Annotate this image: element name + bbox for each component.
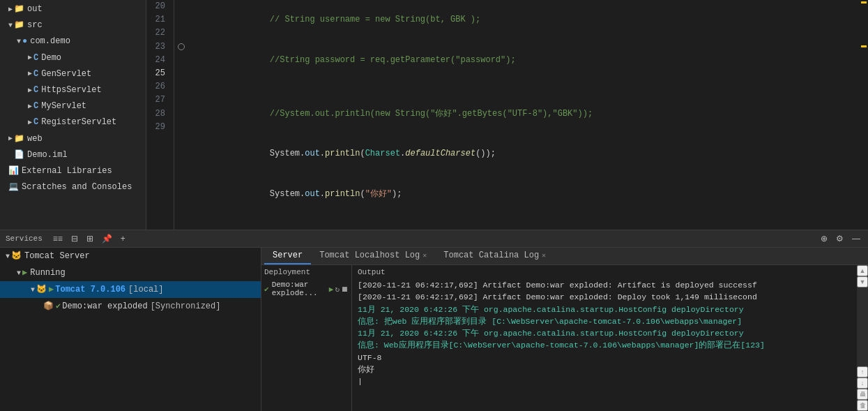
services-tree: ▼ 🐱 Tomcat Server ▼ ▶ Running ▼ 🐱 ▶ Tomc… xyxy=(0,248,261,411)
sidebar-item-web[interactable]: ▶ 📁 web xyxy=(0,131,146,147)
sidebar-item-genservlet[interactable]: ▶ C GenServlet xyxy=(0,66,146,82)
toolbar-filter[interactable]: ⊟ xyxy=(69,233,80,244)
sidebar-item-demo[interactable]: ▶ C Demo xyxy=(0,50,146,66)
demowar-suffix: [Synchronized] xyxy=(151,300,221,313)
sidebar-item-demoiml[interactable]: 📄 Demo.iml xyxy=(0,147,146,163)
log-line-hello: 你好 xyxy=(358,364,851,375)
line-numbers: 20 21 22 23 24 25 26 27 28 29 xyxy=(146,0,174,230)
log-line-6: 信息: Web应用程序目录[C:\WebServer\apache-tomcat… xyxy=(358,339,851,351)
scroll-marker-1 xyxy=(861,1,867,3)
tab-server[interactable]: Server xyxy=(264,248,311,264)
service-tomcat-label: Tomcat Server xyxy=(24,250,90,262)
toolbar-collapse-all[interactable]: ≡≡ xyxy=(51,233,65,244)
tab-catalina-log[interactable]: Tomcat Catalina Log ✕ xyxy=(435,248,554,264)
demowar-check: ✔ xyxy=(56,300,61,313)
scroll-down-btn[interactable]: ▼ xyxy=(857,276,868,287)
expand-arrow-web: ▶ xyxy=(8,133,13,144)
expand-arrow-demo: ▶ xyxy=(28,52,32,63)
code-line-23: //System.out.println(new String("你好".get… xyxy=(199,94,860,134)
libraries-icon: 📊 xyxy=(8,165,19,178)
sidebar-item-libraries[interactable]: 📊 External Libraries xyxy=(0,163,146,179)
deployment-label: Deployment xyxy=(264,268,349,276)
tab-localhost-close[interactable]: ✕ xyxy=(422,251,427,260)
line-num-26: 26 xyxy=(146,80,168,94)
sidebar-label-src: src xyxy=(27,19,43,32)
running-icon: ▶ xyxy=(22,267,27,279)
service-running[interactable]: ▼ ▶ Running xyxy=(0,264,261,281)
tab-server-label: Server xyxy=(273,251,303,260)
tomcat-instance-icon: 🐱 xyxy=(36,283,47,296)
toolbar-external[interactable]: ⊕ xyxy=(818,233,830,244)
consoles-icon: 💻 xyxy=(8,181,19,194)
tab-catalina-close[interactable]: ✕ xyxy=(542,251,546,260)
sidebar-label-demo: Demo xyxy=(41,52,61,65)
service-demowar[interactable]: 📦 ✔ Demo:war exploded [Synchronized] xyxy=(0,298,261,315)
toolbar-settings[interactable]: ⚙ xyxy=(834,233,846,244)
log-line-3: 11月 21, 2020 6:42:26 下午 org.apache.catal… xyxy=(358,304,851,315)
deploy-action-icons: ▶ ↻ ⏹ xyxy=(329,285,349,294)
service-tomcat-instance[interactable]: ▼ 🐱 ▶ Tomcat 7.0.106 [local] xyxy=(0,281,261,298)
code-line-26: //System.out.println(Arrays.toString(bt)… xyxy=(199,214,860,230)
code-line-20: // String username = new String(bt, GBK … xyxy=(199,0,860,40)
scroll-up-btn[interactable]: ▲ xyxy=(857,265,868,276)
gutter-21 xyxy=(174,13,188,27)
bottom-panel: Services ≡≡ ⊟ ⊞ 📌 + ⊕ ⚙ — ▼ 🐱 Tomcat Ser… xyxy=(0,230,868,411)
class-icon-genservlet: C xyxy=(33,68,38,81)
toolbar-pin[interactable]: 📌 xyxy=(100,233,114,244)
sidebar: ▶ 📁 out ▼ 📁 src ▼ ● com.demo ▶ C Demo xyxy=(0,0,146,230)
sidebar-item-out[interactable]: ▶ 📁 out xyxy=(0,1,146,17)
expand-arrow-registerservlet: ▶ xyxy=(28,117,32,128)
expand-arrow-out: ▶ xyxy=(8,4,13,15)
class-icon-myservlet: C xyxy=(33,100,38,113)
gutter-23 xyxy=(174,40,188,54)
sidebar-label-demoiml: Demo.iml xyxy=(27,149,68,162)
expand-arrow-comdemo: ▼ xyxy=(17,36,21,47)
deploy-stop-icon[interactable]: ⏹ xyxy=(341,285,349,294)
tab-localhost-log[interactable]: Tomcat Localhost Log ✕ xyxy=(311,248,435,264)
code-line-24: System.out.println(Charset.defaultCharse… xyxy=(199,134,860,174)
toolbar-group[interactable]: ⊞ xyxy=(84,233,96,244)
sidebar-item-myservlet[interactable]: ▶ C MyServlet xyxy=(0,98,146,114)
tomcat-instance-suffix: [local] xyxy=(128,283,163,296)
deploy-run-icon[interactable]: ▶ xyxy=(329,285,334,294)
sidebar-item-src[interactable]: ▼ 📁 src xyxy=(0,17,146,33)
sidebar-label-out: out xyxy=(27,3,43,16)
toolbar-add[interactable]: + xyxy=(119,233,128,244)
code-line-25: System.out.println("你好"); xyxy=(199,174,860,214)
log-cursor-line: | xyxy=(358,375,851,387)
expand-running: ▼ xyxy=(17,268,21,278)
scroll-first-btn[interactable]: ↑ xyxy=(857,366,868,378)
clear-btn[interactable]: 🗑 xyxy=(857,400,868,411)
gutter-29 xyxy=(174,121,188,134)
sidebar-item-consoles[interactable]: 💻 Scratches and Consoles xyxy=(0,179,146,195)
tomcat-instance-label: Tomcat 7.0.106 xyxy=(55,283,125,296)
expand-tomcat-instance: ▼ xyxy=(31,285,35,295)
sidebar-label-libraries: External Libraries xyxy=(22,165,112,178)
tab-localhost-label: Tomcat Localhost Log xyxy=(319,251,420,260)
log-lines: [2020-11-21 06:42:17,692] Artifact Demo:… xyxy=(358,279,851,387)
folder-icon-src: 📁 xyxy=(14,19,24,32)
artifact-icon: 📦 xyxy=(43,300,54,313)
gutter-28 xyxy=(174,107,188,121)
line-num-27: 27 xyxy=(146,94,168,107)
vertical-scrollbar[interactable] xyxy=(860,0,868,230)
output-panel: Server Tomcat Localhost Log ✕ Tomcat Cat… xyxy=(261,248,868,411)
service-tomcat-server[interactable]: ▼ 🐱 Tomcat Server xyxy=(0,248,261,264)
sidebar-label-web: web xyxy=(27,133,43,146)
sidebar-label-comdemo: com.demo xyxy=(30,35,70,48)
bottom-content: ▼ 🐱 Tomcat Server ▼ ▶ Running ▼ 🐱 ▶ Tomc… xyxy=(0,248,868,411)
code-content[interactable]: // String username = new String(bt, GBK … xyxy=(188,0,860,230)
sidebar-label-httpsservlet: HttpsServlet xyxy=(41,84,101,97)
sidebar-item-httpsservlet[interactable]: ▶ C HttpsServlet xyxy=(0,82,146,98)
demowar-label: Demo:war exploded xyxy=(62,300,147,313)
scroll-last-btn[interactable]: ↓ xyxy=(857,378,868,389)
sidebar-item-registerservlet[interactable]: ▶ C RegisterServlet xyxy=(0,114,146,130)
services-header: Services ≡≡ ⊟ ⊞ 📌 + ⊕ ⚙ — xyxy=(0,230,868,248)
class-icon-demo: C xyxy=(33,52,38,65)
print-btn[interactable]: 🖶 xyxy=(857,389,868,400)
log-line-2: [2020-11-21 06:42:17,692] Artifact Demo:… xyxy=(358,291,851,303)
toolbar-minimize[interactable]: — xyxy=(850,233,862,244)
service-running-label: Running xyxy=(30,267,65,279)
deploy-update-icon[interactable]: ↻ xyxy=(335,285,340,294)
sidebar-item-comdemo[interactable]: ▼ ● com.demo xyxy=(0,33,146,50)
